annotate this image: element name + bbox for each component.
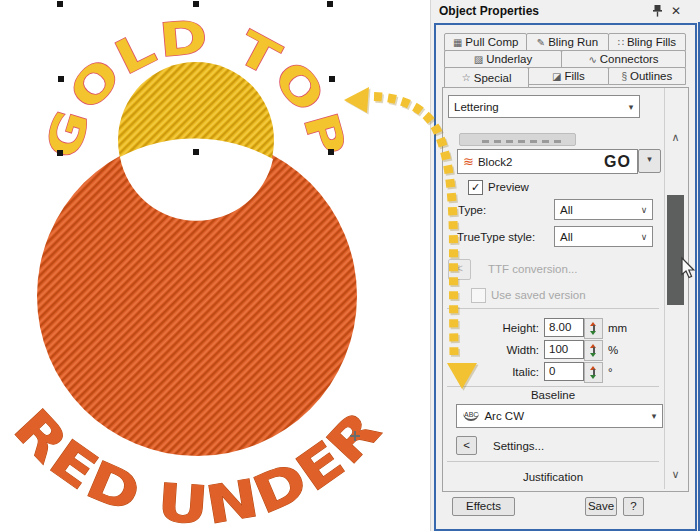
tab-label: Underlay — [486, 53, 532, 65]
tab-label: Fills — [564, 70, 584, 82]
divider — [447, 386, 659, 387]
ttf-expand-button: < — [448, 259, 471, 280]
italic-stepper[interactable] — [584, 362, 603, 383]
font-preview-sample: GO — [604, 153, 637, 171]
scrollbar-track[interactable] — [664, 88, 665, 489]
panel-titlebar[interactable]: Object Properties ✕ — [431, 0, 700, 23]
panel-title: Object Properties — [439, 4, 539, 18]
selection-handle[interactable] — [327, 1, 333, 7]
chevron-down-icon: ▾ — [647, 154, 652, 164]
tab-outlines[interactable]: § Outlines — [608, 67, 686, 85]
fills-icon: ◪ — [552, 71, 561, 82]
bling-run-icon: ✎ — [537, 37, 545, 48]
tab-bling-fills[interactable]: ∷ Bling Fills — [608, 33, 686, 51]
tab-pull-comp[interactable]: ▦ Pull Comp — [444, 33, 527, 51]
selection-handle[interactable] — [57, 150, 63, 156]
font-selector[interactable]: ≋ Block2 GO — [457, 149, 638, 174]
preview-checkbox[interactable]: ✓ — [468, 180, 483, 195]
baseline-dropdown[interactable]: ABC Arc CW ▾ — [456, 404, 663, 428]
use-saved-version-checkbox — [471, 288, 486, 303]
object-type-value: Lettering — [449, 101, 623, 113]
italic-input[interactable]: 0 — [544, 362, 584, 381]
divider — [447, 461, 659, 462]
scroll-up-icon[interactable]: ∧ — [667, 131, 684, 145]
tab-row-3: ☆ Special ◪ Fills § Outlines — [444, 67, 685, 88]
effects-button[interactable]: Effects — [452, 497, 515, 516]
baseline-header: Baseline — [447, 389, 659, 401]
type-value: All — [555, 204, 636, 216]
tab-label: Bling Run — [548, 36, 598, 48]
scroll-down-icon[interactable]: ∨ — [667, 468, 684, 482]
height-unit: mm — [608, 322, 627, 334]
preview-label: Preview — [488, 181, 529, 193]
tab-connectors[interactable]: ∿ Connectors — [561, 50, 686, 68]
italic-label: Italic: — [471, 366, 539, 378]
chevron-down-icon: ∨ — [636, 232, 652, 242]
help-button[interactable]: ? — [623, 497, 644, 516]
selection-handle[interactable] — [193, 149, 199, 155]
application-window: { "design": { "top_text": "GOLD TOP", "b… — [0, 0, 700, 531]
width-input[interactable]: 100 — [544, 340, 584, 359]
use-saved-version-label: Use saved version — [491, 289, 586, 301]
width-stepper[interactable] — [584, 340, 603, 361]
connectors-icon: ∿ — [588, 54, 596, 65]
width-label: Width: — [471, 344, 539, 356]
partially-scrolled-button[interactable] — [459, 133, 576, 146]
selection-handle[interactable] — [193, 1, 199, 7]
height-stepper[interactable] — [584, 318, 603, 339]
truetype-style-dropdown[interactable]: All ∨ — [554, 226, 653, 247]
tab-fills[interactable]: ◪ Fills — [528, 67, 608, 85]
pin-icon[interactable] — [649, 4, 665, 20]
tab-underlay[interactable]: ▨ Underlay — [444, 50, 562, 68]
selection-handle[interactable] — [58, 76, 64, 82]
width-unit: % — [608, 344, 618, 356]
height-label: Height: — [471, 322, 539, 334]
baseline-value: Arc CW — [479, 410, 646, 422]
outlines-icon: § — [621, 71, 627, 82]
embroidery-design[interactable]: GOLD TOP RED UNDER — [3, 9, 394, 531]
tab-row-2: ▨ Underlay ∿ Connectors — [444, 50, 685, 68]
pull-comp-icon: ▦ — [453, 37, 462, 48]
underlay-icon: ▨ — [474, 54, 483, 65]
special-star-icon: ☆ — [462, 72, 471, 83]
close-icon[interactable]: ✕ — [668, 4, 684, 20]
bling-fills-icon: ∷ — [618, 37, 624, 48]
tab-label: Outlines — [630, 70, 672, 82]
divider — [447, 308, 659, 309]
justification-section-header[interactable]: Justification — [447, 471, 659, 483]
save-button[interactable]: Save — [585, 497, 617, 516]
object-type-dropdown[interactable]: Lettering ▾ — [448, 95, 640, 118]
height-input[interactable]: 8.00 — [544, 318, 584, 337]
stitch-font-icon: ≋ — [458, 154, 473, 169]
object-properties-panel: Object Properties ✕ ▦ Pull Comp ✎ Bling … — [430, 0, 700, 531]
tab-label: Connectors — [600, 53, 659, 65]
type-dropdown[interactable]: All ∨ — [554, 199, 653, 220]
selection-handle[interactable] — [57, 1, 63, 7]
tab-bling-run[interactable]: ✎ Bling Run — [526, 33, 608, 51]
italic-unit: ° — [608, 366, 613, 378]
truetype-style-label: TrueType style: — [457, 231, 535, 243]
arc-baseline-icon: ABC — [463, 411, 479, 421]
selection-handle[interactable] — [328, 149, 334, 155]
chevron-down-icon: ▾ — [623, 102, 639, 112]
scrollbar-thumb[interactable] — [667, 195, 684, 305]
tab-label: Pull Comp — [465, 36, 518, 48]
tab-special[interactable]: ☆ Special — [444, 67, 529, 88]
font-dropdown-button[interactable]: ▾ — [638, 149, 661, 173]
ttf-conversion-label: TTF conversion... — [488, 263, 577, 275]
selection-handle[interactable] — [329, 76, 335, 82]
chevron-down-icon: ▾ — [646, 411, 662, 421]
tab-label: Special — [474, 72, 512, 84]
tab-row-1: ▦ Pull Comp ✎ Bling Run ∷ Bling Fills — [444, 33, 685, 51]
baseline-expand-button[interactable]: < — [456, 436, 477, 455]
tab-label: Bling Fills — [627, 36, 676, 48]
settings-link[interactable]: Settings... — [493, 440, 544, 452]
truetype-style-value: All — [555, 231, 636, 243]
font-name: Block2 — [473, 156, 604, 168]
type-label: Type: — [458, 204, 486, 216]
chevron-down-icon: ∨ — [636, 205, 652, 215]
